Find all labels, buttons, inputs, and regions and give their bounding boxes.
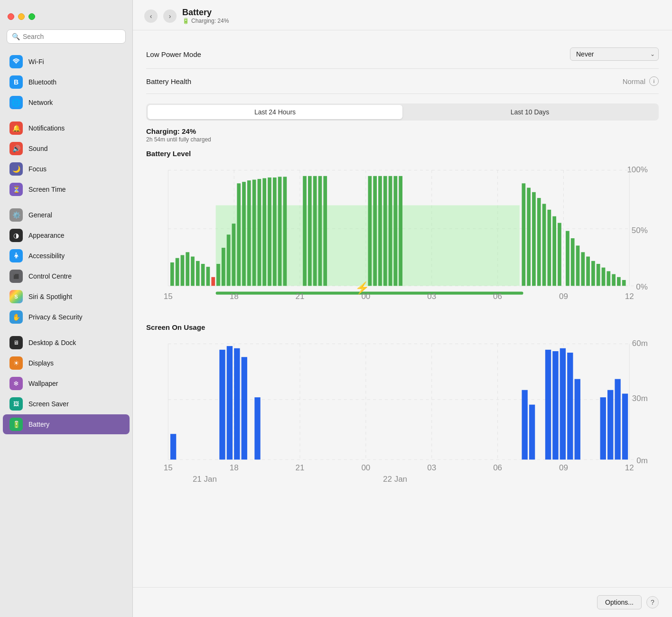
svg-text:00: 00 <box>361 463 370 472</box>
screen-usage-chart-title: Screen On Usage <box>146 323 659 331</box>
screen-usage-chart-section: Screen On Usage 60m 30m 0m <box>146 323 659 491</box>
minimize-button[interactable] <box>18 13 25 20</box>
svg-rect-19 <box>186 252 189 286</box>
search-bar[interactable]: 🔍 <box>7 29 126 44</box>
top-bar: ‹ › Battery 🔋 Charging: 24% <box>133 0 672 30</box>
svg-rect-37 <box>278 177 282 286</box>
svg-rect-22 <box>201 264 205 286</box>
sidebar-item-wallpaper[interactable]: ❄ Wallpaper <box>3 374 130 393</box>
sidebar-item-label-siri-spotlight: Siri & Spotlight <box>28 293 72 300</box>
sidebar-item-general[interactable]: ⚙️ General <box>3 205 130 225</box>
help-button[interactable]: ? <box>646 596 659 608</box>
svg-rect-27 <box>227 234 231 286</box>
sidebar-item-notifications[interactable]: 🔔 Notifications <box>3 118 130 138</box>
svg-rect-59 <box>552 216 556 286</box>
battery-health-info-button[interactable]: i <box>649 76 659 86</box>
sidebar-item-screen-time[interactable]: ⏳ Screen Time <box>3 179 130 199</box>
sidebar-item-control-centre[interactable]: ⬛ Control Centre <box>3 266 130 286</box>
sidebar-item-accessibility[interactable]: Accessibility <box>3 246 130 266</box>
sidebar-item-label-privacy-security: Privacy & Security <box>28 313 83 321</box>
maximize-button[interactable] <box>28 13 35 20</box>
sidebar-item-desktop-dock[interactable]: 🖥 Desktop & Dock <box>3 333 130 353</box>
low-power-mode-select[interactable]: Never Always Only on Battery Only on Pow… <box>570 47 659 61</box>
sidebar-item-battery[interactable]: 🔋 Battery <box>3 414 130 434</box>
settings-content: Low Power Mode Never Always Only on Batt… <box>133 30 672 587</box>
sidebar-item-wifi[interactable]: Wi-Fi <box>3 52 130 72</box>
svg-text:21 Jan: 21 Jan <box>193 474 217 483</box>
general-icon: ⚙️ <box>9 208 23 222</box>
wallpaper-icon: ❄ <box>9 377 23 390</box>
page-title: Battery <box>182 8 229 18</box>
svg-rect-43 <box>323 176 327 286</box>
bluetooth-icon: B <box>9 75 23 89</box>
svg-rect-95 <box>170 434 176 459</box>
sidebar-item-label-wallpaper: Wallpaper <box>28 380 58 387</box>
sidebar-item-label-network: Network <box>28 99 53 106</box>
sidebar-item-network[interactable]: 🌐 Network <box>3 93 130 112</box>
appearance-icon: ◑ <box>9 229 23 242</box>
back-button[interactable]: ‹ <box>144 9 158 23</box>
sidebar-items-list: Wi-Fi B Bluetooth 🌐 Network 🔔 Notificati… <box>0 51 132 617</box>
svg-rect-42 <box>318 176 322 286</box>
svg-rect-68 <box>602 268 606 286</box>
svg-rect-71 <box>617 277 621 286</box>
svg-rect-17 <box>176 258 179 286</box>
close-button[interactable] <box>8 13 14 20</box>
svg-rect-97 <box>227 346 233 459</box>
svg-rect-28 <box>232 224 236 286</box>
tab-last-10d[interactable]: Last 10 Days <box>402 105 657 119</box>
sidebar-item-label-desktop-dock: Desktop & Dock <box>28 339 76 346</box>
sidebar-item-label-sound: Sound <box>28 145 47 152</box>
battery-icon: 🔋 <box>9 418 23 431</box>
svg-rect-36 <box>273 178 277 286</box>
svg-rect-31 <box>247 180 251 286</box>
sidebar-item-displays[interactable]: ☀ Displays <box>3 353 130 373</box>
sidebar-item-privacy-security[interactable]: ✋ Privacy & Security <box>3 307 130 327</box>
svg-text:0m: 0m <box>636 456 648 465</box>
sound-icon: 🔊 <box>9 142 23 155</box>
svg-text:15: 15 <box>164 463 173 472</box>
battery-level-chart-section: Battery Level 100% 50% 0% <box>146 150 659 310</box>
svg-rect-41 <box>313 176 317 286</box>
title-block: Battery 🔋 Charging: 24% <box>182 8 229 24</box>
sidebar-item-focus[interactable]: 🌙 Focus <box>3 159 130 179</box>
svg-rect-99 <box>242 357 247 459</box>
svg-rect-108 <box>600 397 606 459</box>
sidebar-item-label-general: General <box>28 211 52 219</box>
battery-health-row: Battery Health Normal i <box>146 69 659 94</box>
charging-info: Charging: 24% 2h 54m until fully charged <box>146 127 659 143</box>
svg-rect-103 <box>545 349 551 459</box>
sidebar-item-label-focus: Focus <box>28 165 47 173</box>
svg-rect-18 <box>181 255 185 286</box>
svg-rect-96 <box>219 349 225 459</box>
svg-text:03: 03 <box>427 463 436 472</box>
svg-rect-58 <box>547 210 551 286</box>
sidebar-item-screen-saver[interactable]: 🖼 Screen Saver <box>3 394 130 414</box>
desktop-dock-icon: 🖥 <box>9 336 23 349</box>
svg-text:15: 15 <box>164 292 173 301</box>
sidebar-item-sound[interactable]: 🔊 Sound <box>3 139 130 159</box>
tab-last-24h[interactable]: Last 24 Hours <box>148 105 402 119</box>
sidebar-item-bluetooth[interactable]: B Bluetooth <box>3 72 130 92</box>
sidebar-item-siri-spotlight[interactable]: S Siri & Spotlight <box>3 287 130 307</box>
forward-button[interactable]: › <box>163 9 177 23</box>
sidebar-item-label-screen-saver: Screen Saver <box>28 400 69 408</box>
sidebar-item-appearance[interactable]: ◑ Appearance <box>3 225 130 245</box>
sidebar: 🔍 Wi-Fi B Bluetooth 🌐 Network <box>0 0 133 617</box>
svg-text:18: 18 <box>230 292 239 301</box>
options-button[interactable]: Options... <box>597 595 642 609</box>
displays-icon: ☀ <box>9 356 23 370</box>
svg-rect-55 <box>532 192 536 286</box>
battery-health-value: Normal <box>623 77 645 85</box>
svg-rect-61 <box>566 231 569 286</box>
low-power-mode-select-wrapper: Never Always Only on Battery Only on Pow… <box>570 47 659 61</box>
sidebar-item-label-wifi: Wi-Fi <box>28 58 44 65</box>
svg-rect-16 <box>170 262 174 286</box>
svg-rect-26 <box>222 248 225 286</box>
privacy-icon: ✋ <box>9 310 23 324</box>
svg-text:09: 09 <box>559 292 568 301</box>
svg-rect-53 <box>522 183 525 286</box>
svg-rect-57 <box>542 204 546 286</box>
search-input[interactable] <box>23 33 121 40</box>
low-power-mode-row: Low Power Mode Never Always Only on Batt… <box>146 40 659 69</box>
